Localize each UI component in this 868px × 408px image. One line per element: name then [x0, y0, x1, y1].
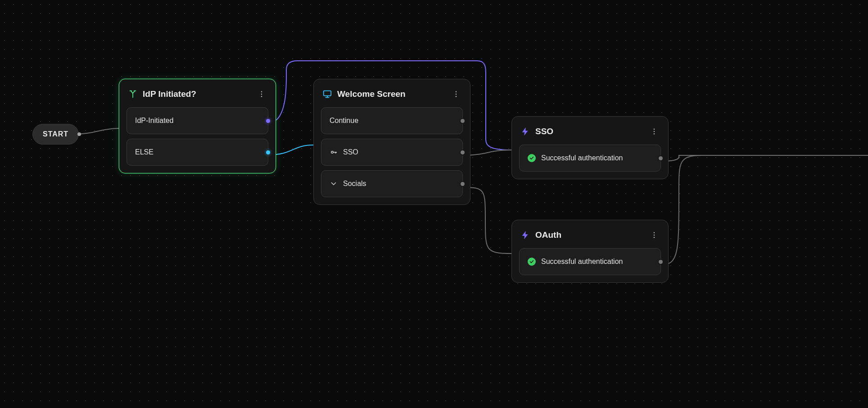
node-welcome-screen[interactable]: Welcome Screen Continue SSO — [313, 79, 470, 205]
svg-point-8 — [654, 129, 655, 130]
output-port[interactable] — [266, 119, 270, 123]
svg-point-0 — [261, 91, 262, 92]
svg-point-1 — [261, 94, 262, 95]
more-vertical-icon — [650, 127, 658, 136]
node-menu-button[interactable] — [450, 88, 462, 100]
output-port[interactable] — [461, 150, 465, 154]
node-sso[interactable]: SSO Successful authentication — [511, 116, 669, 179]
slot-label: SSO — [343, 148, 358, 156]
node-idp-initiated[interactable]: IdP Initiated? IdP-Initiated ELSE — [119, 79, 276, 173]
slot-label: IdP-Initiated — [135, 117, 173, 125]
slot-label: ELSE — [135, 148, 154, 156]
svg-point-10 — [654, 133, 655, 134]
more-vertical-icon — [258, 90, 266, 98]
branch-icon — [127, 89, 138, 100]
slot-idp-initiated[interactable]: IdP-Initiated — [127, 107, 268, 134]
lightning-icon — [520, 126, 531, 137]
svg-point-6 — [456, 96, 457, 97]
chevron-down-icon — [330, 180, 338, 188]
output-port[interactable] — [659, 156, 663, 160]
node-title: IdP Initiated? — [143, 89, 251, 99]
node-title: Welcome Screen — [337, 89, 446, 99]
node-oauth[interactable]: OAuth Successful authentication — [511, 220, 669, 283]
svg-point-13 — [654, 237, 655, 238]
output-port[interactable] — [461, 182, 465, 186]
svg-rect-3 — [324, 91, 331, 96]
flow-canvas[interactable]: START IdP Initiated? IdP-Initiated ELSE — [0, 0, 868, 408]
node-title: OAuth — [535, 230, 644, 240]
node-menu-button[interactable] — [648, 229, 660, 241]
svg-point-9 — [654, 131, 655, 132]
lightning-icon — [520, 230, 531, 240]
slot-continue[interactable]: Continue — [321, 107, 463, 134]
node-header: SSO — [519, 124, 661, 138]
node-menu-button[interactable] — [256, 88, 267, 100]
svg-point-12 — [654, 235, 655, 236]
start-label: START — [43, 130, 68, 138]
svg-point-2 — [261, 96, 262, 97]
more-vertical-icon — [650, 231, 658, 239]
node-header: IdP Initiated? — [127, 86, 268, 101]
node-header: OAuth — [519, 227, 661, 242]
node-menu-button[interactable] — [648, 126, 660, 137]
start-node[interactable]: START — [32, 124, 79, 145]
monitor-icon — [322, 89, 333, 100]
slot-label: Continue — [330, 117, 358, 125]
slot-label: Socials — [343, 180, 366, 188]
more-vertical-icon — [452, 90, 460, 98]
node-title: SSO — [535, 127, 644, 136]
svg-point-11 — [654, 232, 655, 233]
check-circle-icon — [528, 258, 536, 266]
svg-point-4 — [456, 91, 457, 92]
slot-socials[interactable]: Socials — [321, 170, 463, 197]
output-port[interactable] — [659, 260, 663, 264]
check-circle-icon — [528, 154, 536, 162]
slot-successful-authentication[interactable]: Successful authentication — [519, 145, 661, 172]
slot-label: Successful authentication — [541, 154, 623, 162]
node-header: Welcome Screen — [321, 86, 463, 101]
slot-sso[interactable]: SSO — [321, 139, 463, 166]
output-port[interactable] — [461, 119, 465, 123]
svg-point-5 — [456, 94, 457, 95]
slot-successful-authentication[interactable]: Successful authentication — [519, 248, 661, 275]
output-port[interactable] — [266, 150, 270, 154]
key-icon — [330, 148, 338, 156]
slot-else[interactable]: ELSE — [127, 139, 268, 166]
slot-label: Successful authentication — [541, 258, 623, 266]
